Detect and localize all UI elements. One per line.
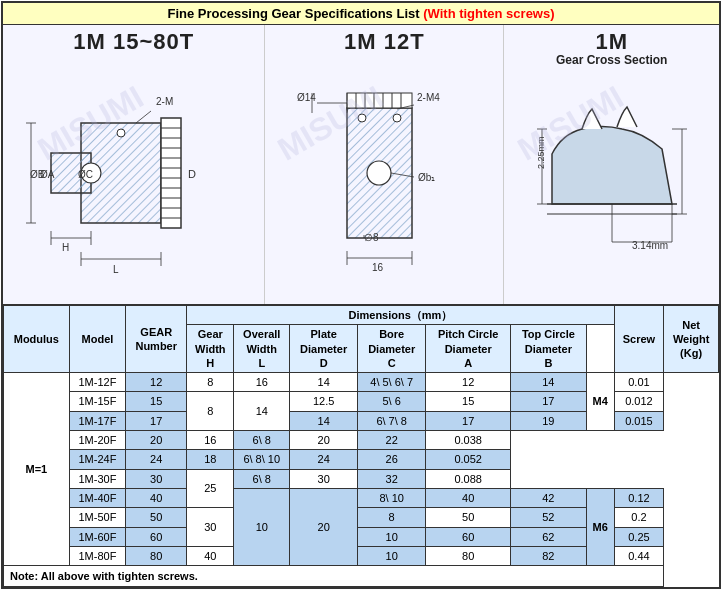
gear-diagram-2: 2-M4 Ø14 Øb₁ ∅8 — [292, 63, 477, 293]
weight-cell: 0.2 — [614, 508, 664, 527]
svg-text:H: H — [62, 242, 69, 253]
pitch-circle-cell: 17 — [426, 411, 511, 430]
col-bore-d: BoreDiameterC — [358, 325, 426, 373]
svg-point-32 — [117, 129, 125, 137]
pitch-circle-cell: 15 — [426, 392, 511, 411]
bore-diameter-cell: 6\ 8 — [234, 431, 290, 450]
specs-table-container: Modulus Model GEARNumber Dimensions（mm） … — [3, 305, 719, 587]
pitch-circle-cell: 24 — [290, 450, 358, 469]
col-plate-d: PlateDiameterD — [290, 325, 358, 373]
gear-num-cell: 12 — [126, 373, 187, 392]
top-circle-cell: 14 — [511, 373, 586, 392]
top-circle-cell: 32 — [358, 469, 426, 488]
model-cell: 1M-15F — [69, 392, 125, 411]
col-model: Model — [69, 306, 125, 373]
gear-num-cell: 15 — [126, 392, 187, 411]
plate-diameter-cell: 12.5 — [290, 392, 358, 411]
model-cell: 1M-80F — [69, 546, 125, 565]
svg-text:Øb₁: Øb₁ — [418, 172, 435, 183]
svg-text:2.25mm: 2.25mm — [536, 136, 546, 169]
diagram-title-1: 1M 15~80T — [73, 29, 194, 55]
pitch-circle-cell: 12 — [426, 373, 511, 392]
modulus-cell: M=1 — [4, 373, 70, 566]
svg-point-42 — [367, 161, 391, 185]
top-circle-cell: 52 — [511, 508, 586, 527]
svg-point-57 — [358, 114, 366, 122]
pitch-circle-cell: 40 — [426, 488, 511, 507]
gear-num-cell: 50 — [126, 508, 187, 527]
svg-text:ØA: ØA — [40, 169, 55, 180]
diagram-svg-2: 2-M4 Ø14 Øb₁ ∅8 — [267, 55, 501, 300]
top-circle-cell: 82 — [511, 546, 586, 565]
bore-diameter-cell: 4\ 5\ 6\ 7 — [358, 373, 426, 392]
col-gear-w: GearWidthH — [187, 325, 234, 373]
bore-diameter-cell: 6\ 7\ 8 — [358, 411, 426, 430]
model-cell: 1M-20F — [69, 431, 125, 450]
model-cell: 1M-30F — [69, 469, 125, 488]
bore-diameter-cell: 6\ 8 — [234, 469, 290, 488]
bore-diameter-cell: 8\ 10 — [358, 488, 426, 507]
pitch-circle-cell: 30 — [290, 469, 358, 488]
bore-diameter-cell: 10 — [358, 546, 426, 565]
weight-cell: 0.44 — [614, 546, 664, 565]
model-cell: 1M-12F — [69, 373, 125, 392]
top-circle-cell: 22 — [358, 431, 426, 450]
dim-header: Dimensions（mm） — [187, 306, 614, 325]
top-circle-cell: 17 — [511, 392, 586, 411]
weight-cell: 0.012 — [614, 392, 664, 411]
gear-width-cell: 8 — [187, 392, 234, 431]
plate-diameter-cell: 40 — [187, 546, 234, 565]
model-cell: 1M-60F — [69, 527, 125, 546]
pitch-circle-cell: 50 — [426, 508, 511, 527]
table-row: 1M-24F24186\ 8\ 1024260.052 — [4, 450, 719, 469]
overall-width-cell: 20 — [290, 488, 358, 565]
specs-table: Modulus Model GEARNumber Dimensions（mm） … — [3, 305, 719, 587]
gear-width-cell: 8 — [187, 373, 234, 392]
weight-cell: 0.12 — [614, 488, 664, 507]
model-cell: 1M-50F — [69, 508, 125, 527]
svg-text:2-M: 2-M — [156, 96, 173, 107]
gear-num-cell: 20 — [126, 431, 187, 450]
col-screw: Screw — [614, 306, 664, 373]
table-row: 1M-30F30256\ 830320.088 — [4, 469, 719, 488]
diagram-section-3: 1M Gear Cross Section 2. — [504, 25, 719, 304]
svg-text:∅8: ∅8 — [364, 232, 379, 243]
table-row: M=11M-12F12816144\ 5\ 6\ 71214M40.01 — [4, 373, 719, 392]
screw-cell: M4 — [586, 373, 614, 431]
overall-width-cell: 14 — [234, 392, 290, 431]
diagram-section-2: 1M 12T — [265, 25, 504, 304]
weight-cell: 0.25 — [614, 527, 664, 546]
bore-diameter-cell: 8 — [358, 508, 426, 527]
title-bar: Fine Processing Gear Specifications List… — [3, 3, 719, 25]
top-circle-cell: 19 — [511, 411, 586, 430]
main-container: Fine Processing Gear Specifications List… — [1, 1, 721, 589]
diagram-subtitle-3: Gear Cross Section — [556, 53, 667, 67]
svg-text:Ø14: Ø14 — [297, 92, 316, 103]
gear-diagram-1: 2-M ØB ØA ØC D H — [26, 63, 241, 293]
diagram-title-2: 1M 12T — [344, 29, 425, 55]
col-modulus: Modulus — [4, 306, 70, 373]
gear-num-cell: 24 — [126, 450, 187, 469]
table-row: 1M-40F4010208\ 104042M60.12 — [4, 488, 719, 507]
svg-text:ØC: ØC — [78, 169, 93, 180]
col-overall-w: OverallWidthL — [234, 325, 290, 373]
plate-diameter-cell: 16 — [187, 431, 234, 450]
model-cell: 1M-40F — [69, 488, 125, 507]
weight-cell: 0.01 — [614, 373, 664, 392]
plate-diameter-cell: 14 — [290, 411, 358, 430]
svg-line-16 — [136, 111, 151, 123]
bore-diameter-cell: 5\ 6 — [358, 392, 426, 411]
plate-diameter-cell: 30 — [187, 508, 234, 547]
model-cell: 1M-17F — [69, 411, 125, 430]
overall-width-cell: 16 — [234, 373, 290, 392]
gear-cross-section: 2.25mm 3.14mm — [532, 94, 692, 274]
svg-rect-35 — [347, 93, 412, 108]
gear-num-cell: 17 — [126, 411, 187, 430]
pitch-circle-cell: 20 — [290, 431, 358, 450]
diagram-svg-1: 2-M ØB ØA ØC D H — [5, 55, 262, 300]
weight-cell: 0.088 — [426, 469, 511, 488]
model-cell: 1M-24F — [69, 450, 125, 469]
bore-diameter-cell: 6\ 8\ 10 — [234, 450, 290, 469]
table-row: 1M-20F20166\ 820220.038 — [4, 431, 719, 450]
svg-text:L: L — [113, 264, 119, 275]
